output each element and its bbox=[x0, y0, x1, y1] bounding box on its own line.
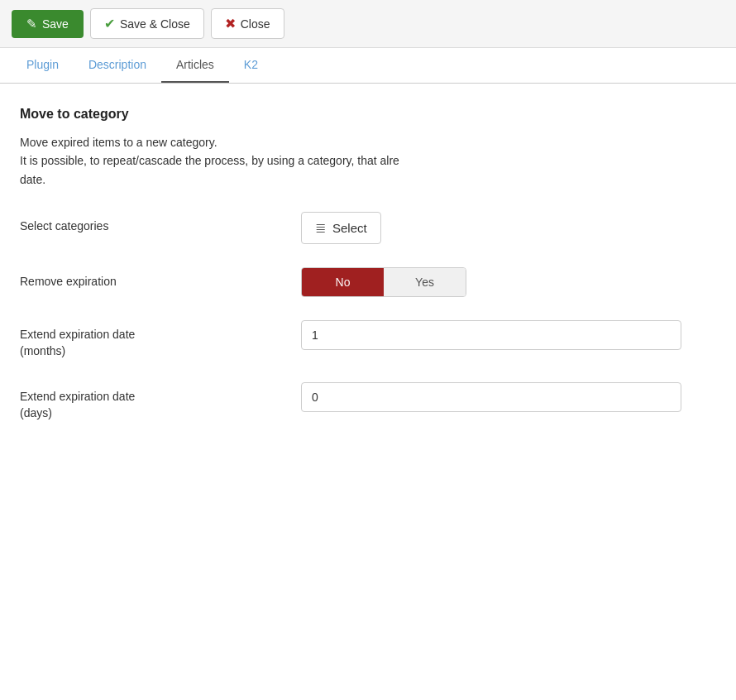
tab-articles[interactable]: Articles bbox=[161, 48, 229, 83]
description-line2: It is possible, to repeat/cascade the pr… bbox=[20, 154, 399, 167]
x-circle-icon: ✖ bbox=[225, 16, 236, 31]
select-categories-button[interactable]: ≣ Select bbox=[301, 212, 381, 244]
section-description: Move expired items to a new category. It… bbox=[20, 133, 716, 189]
extend-months-row: Extend expiration date(months) bbox=[20, 320, 716, 359]
toggle-no-button[interactable]: No bbox=[302, 268, 384, 296]
extend-months-control bbox=[301, 320, 716, 350]
extend-months-input[interactable] bbox=[301, 320, 681, 350]
edit-icon: ✎ bbox=[26, 17, 37, 31]
remove-expiration-label: Remove expiration bbox=[20, 267, 301, 290]
section-title: Move to category bbox=[20, 107, 716, 122]
tab-description[interactable]: Description bbox=[74, 48, 161, 83]
description-line3: date. bbox=[20, 173, 45, 186]
content-area: Move to category Move expired items to a… bbox=[0, 84, 736, 468]
toggle-group: No Yes bbox=[301, 267, 466, 297]
select-categories-control: ≣ Select bbox=[301, 212, 716, 244]
close-button[interactable]: ✖ Close bbox=[211, 8, 284, 39]
save-button[interactable]: ✎ Save bbox=[12, 10, 84, 38]
extend-days-control bbox=[301, 382, 716, 412]
tab-k2[interactable]: K2 bbox=[229, 48, 273, 83]
toolbar: ✎ Save ✔ Save & Close ✖ Close bbox=[0, 0, 736, 48]
select-categories-label: Select categories bbox=[20, 212, 301, 235]
extend-days-label: Extend expiration date(days) bbox=[20, 382, 301, 421]
remove-expiration-control: No Yes bbox=[301, 267, 716, 297]
save-label: Save bbox=[42, 17, 69, 31]
toggle-yes-button[interactable]: Yes bbox=[384, 268, 466, 296]
tab-plugin[interactable]: Plugin bbox=[12, 48, 74, 83]
remove-expiration-row: Remove expiration No Yes bbox=[20, 267, 716, 297]
description-line1: Move expired items to a new category. bbox=[20, 136, 217, 149]
save-close-button[interactable]: ✔ Save & Close bbox=[90, 8, 204, 39]
extend-months-label: Extend expiration date(months) bbox=[20, 320, 301, 359]
select-categories-row: Select categories ≣ Select bbox=[20, 212, 716, 244]
grid-icon: ≣ bbox=[315, 220, 326, 236]
select-button-label: Select bbox=[332, 221, 367, 235]
tab-bar: Plugin Description Articles K2 bbox=[0, 48, 736, 84]
extend-days-row: Extend expiration date(days) bbox=[20, 382, 716, 421]
extend-days-input[interactable] bbox=[301, 382, 681, 412]
close-label: Close bbox=[241, 17, 270, 31]
save-close-label: Save & Close bbox=[120, 17, 190, 31]
check-icon: ✔ bbox=[104, 16, 115, 31]
